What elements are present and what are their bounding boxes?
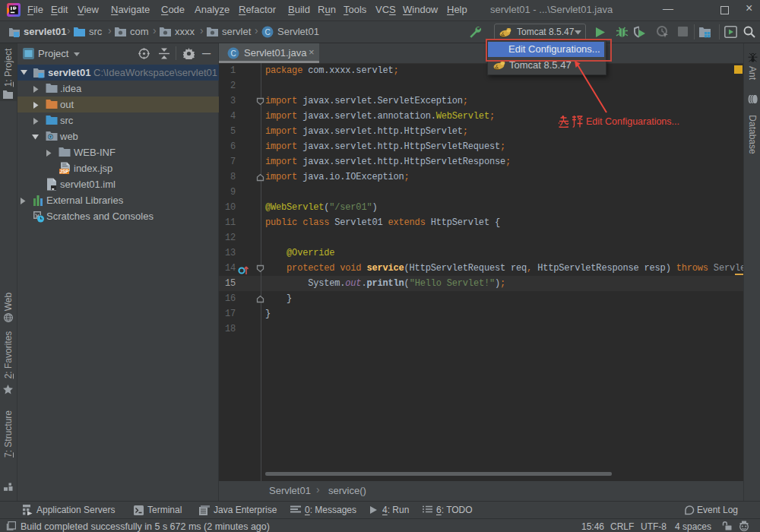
svg-text:C: C: [264, 28, 270, 36]
svg-text:JSP: JSP: [59, 169, 69, 174]
svg-text:C: C: [230, 49, 236, 58]
